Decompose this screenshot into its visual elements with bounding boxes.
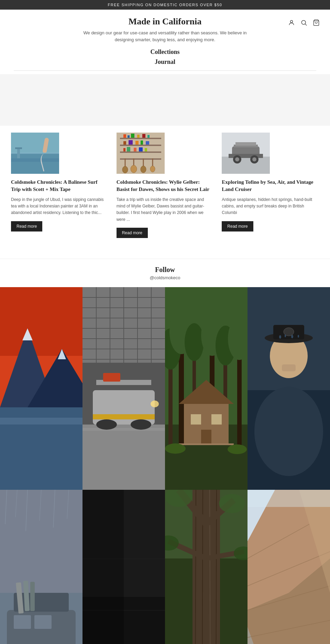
svg-rect-81 xyxy=(93,414,155,419)
svg-line-2 xyxy=(305,24,307,26)
instagram-post[interactable] xyxy=(0,490,82,644)
instagram-grid xyxy=(0,287,330,644)
svg-rect-21 xyxy=(147,135,150,138)
article-image xyxy=(117,133,165,174)
read-more-button[interactable]: Read more xyxy=(11,221,42,231)
article-card: Exploring Tofino by Sea, Air, and Vintag… xyxy=(218,126,323,245)
svg-point-93 xyxy=(185,323,204,361)
svg-rect-31 xyxy=(145,148,147,151)
article-title: Coldsmoke Chronicles: Wylie Gelber: Basi… xyxy=(117,179,214,193)
svg-point-108 xyxy=(254,387,323,476)
svg-point-105 xyxy=(228,444,247,454)
header-divider xyxy=(14,70,316,71)
svg-rect-142 xyxy=(82,490,124,644)
site-header: Made in California We design our gear fo… xyxy=(0,10,330,74)
article-title: Coldsmoke Chronicles: A Balinese Surf Tr… xyxy=(11,179,108,193)
svg-rect-29 xyxy=(134,148,136,151)
svg-point-0 xyxy=(290,20,293,23)
brand-name: Made in California xyxy=(14,16,316,27)
instagram-post[interactable] xyxy=(82,287,165,490)
brand-tagline: We design our gear for use-case and vers… xyxy=(79,30,251,43)
svg-rect-18 xyxy=(131,134,134,138)
svg-rect-100 xyxy=(211,414,222,425)
svg-rect-101 xyxy=(201,430,211,445)
svg-point-39 xyxy=(150,166,155,172)
instagram-post[interactable] xyxy=(248,287,330,490)
follow-heading: Follow xyxy=(0,266,330,274)
journal-hero xyxy=(0,74,330,126)
svg-point-46 xyxy=(235,157,239,161)
article-excerpt: Antique seaplanes, hidden hot springs, h… xyxy=(222,196,319,216)
svg-rect-12 xyxy=(120,138,161,139)
svg-rect-130 xyxy=(30,582,35,611)
svg-rect-9 xyxy=(17,148,20,158)
instagram-post[interactable] xyxy=(165,490,248,644)
article-excerpt: Take a trip with us inside the creative … xyxy=(117,196,214,223)
svg-rect-99 xyxy=(191,414,201,425)
svg-rect-23 xyxy=(129,140,133,145)
read-more-button[interactable]: Read more xyxy=(117,228,148,238)
svg-rect-30 xyxy=(139,147,143,151)
svg-point-82 xyxy=(151,400,159,407)
instagram-post[interactable] xyxy=(248,490,330,644)
instagram-post[interactable] xyxy=(82,490,165,644)
svg-rect-24 xyxy=(135,141,139,145)
svg-point-157 xyxy=(219,494,245,513)
svg-point-104 xyxy=(165,443,186,454)
svg-rect-132 xyxy=(34,615,52,629)
instagram-post[interactable] xyxy=(0,287,82,490)
svg-point-35 xyxy=(131,165,137,173)
cart-icon[interactable] xyxy=(313,19,320,28)
svg-rect-19 xyxy=(137,135,140,138)
instagram-post[interactable] xyxy=(165,287,248,490)
svg-rect-22 xyxy=(123,141,126,145)
instagram-handle[interactable]: @coldsmokeco xyxy=(0,275,330,280)
read-more-button[interactable]: Read more xyxy=(222,221,253,231)
svg-rect-25 xyxy=(141,140,143,145)
svg-point-37 xyxy=(141,166,146,173)
svg-point-114 xyxy=(279,335,281,339)
svg-rect-17 xyxy=(128,135,130,138)
svg-rect-50 xyxy=(235,142,256,146)
svg-rect-14 xyxy=(120,151,161,153)
user-icon[interactable] xyxy=(288,19,295,28)
nav-collections[interactable]: Collections xyxy=(151,47,180,57)
svg-rect-131 xyxy=(14,615,31,629)
search-icon[interactable] xyxy=(300,19,307,28)
svg-rect-26 xyxy=(146,141,149,145)
svg-rect-6 xyxy=(11,158,59,162)
svg-point-33 xyxy=(122,166,128,173)
svg-point-79 xyxy=(96,419,117,430)
svg-rect-119 xyxy=(0,490,82,593)
svg-point-116 xyxy=(291,335,293,338)
svg-rect-28 xyxy=(127,147,130,151)
nav-journal[interactable]: Journal xyxy=(155,57,175,67)
svg-point-80 xyxy=(131,419,151,430)
main-nav: Collections Journal xyxy=(14,47,316,67)
article-card: Coldsmoke Chronicles: A Balinese Surf Tr… xyxy=(7,126,112,245)
svg-rect-75 xyxy=(82,428,165,431)
svg-rect-15 xyxy=(120,158,161,160)
svg-rect-113 xyxy=(282,364,296,371)
svg-rect-10 xyxy=(15,147,22,149)
article-excerpt: Deep in the jungle of Ubud, I was sippin… xyxy=(11,196,108,216)
article-image xyxy=(11,133,59,174)
svg-point-1 xyxy=(301,20,306,24)
svg-rect-78 xyxy=(103,373,120,382)
article-image xyxy=(222,133,270,174)
header-icons xyxy=(288,19,320,28)
svg-rect-20 xyxy=(142,134,145,138)
svg-rect-27 xyxy=(123,148,125,151)
svg-rect-59 xyxy=(0,418,82,425)
svg-rect-13 xyxy=(120,145,161,146)
article-title: Exploring Tofino by Sea, Air, and Vintag… xyxy=(222,179,319,193)
svg-rect-171 xyxy=(248,490,330,507)
article-card: Coldsmoke Chronicles: Wylie Gelber: Basi… xyxy=(112,126,218,245)
svg-rect-16 xyxy=(123,134,126,138)
articles-grid: Coldsmoke Chronicles: A Balinese Surf Tr… xyxy=(0,126,330,245)
svg-point-48 xyxy=(252,157,256,161)
follow-section: Follow @coldsmokeco xyxy=(0,259,330,287)
svg-point-117 xyxy=(298,335,299,338)
svg-rect-74 xyxy=(82,425,165,490)
svg-rect-42 xyxy=(222,157,270,174)
